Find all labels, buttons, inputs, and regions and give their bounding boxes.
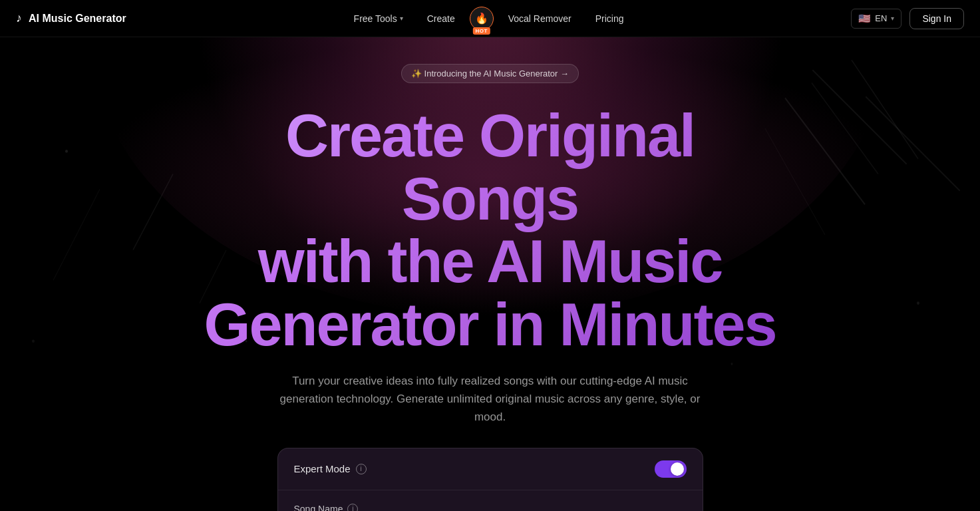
fire-icon: 🔥: [475, 12, 488, 25]
song-name-info-icon[interactable]: i: [347, 504, 358, 511]
svg-point-7: [65, 150, 68, 153]
svg-point-9: [917, 301, 919, 305]
hero-section: ✨ Introducing the AI Music Generator → C…: [0, 37, 980, 426]
form-section: Expert Mode i Song Name i 0/80: [0, 426, 980, 511]
navbar-right: 🇺🇸 EN ▾ Sign In: [851, 8, 964, 29]
svg-line-0: [133, 174, 173, 250]
sign-in-button[interactable]: Sign In: [909, 8, 964, 29]
svg-line-1: [53, 189, 100, 280]
expert-mode-label: Expert Mode i: [294, 463, 367, 474]
expert-mode-row: Expert Mode i: [278, 448, 703, 490]
form-card: Expert Mode i Song Name i 0/80: [277, 448, 703, 511]
hero-title-line2: with the AI Music: [258, 228, 723, 295]
navbar: ♪ AI Music Generator Free Tools ▾ Create…: [0, 0, 980, 37]
svg-line-6: [852, 60, 918, 158]
hero-title-line3: Generator in Minutes: [204, 291, 776, 358]
hot-badge-wrapper[interactable]: 🔥 HOT: [470, 7, 494, 31]
navbar-center: Free Tools ▾ Create 🔥 HOT Vocal Remover …: [345, 7, 633, 31]
chevron-down-icon: ▾: [400, 15, 403, 22]
music-note-icon: ♪: [16, 11, 22, 25]
svg-point-11: [32, 339, 35, 343]
nav-vocal-remover[interactable]: Vocal Remover: [499, 9, 581, 28]
svg-point-10: [731, 363, 733, 365]
lang-code: EN: [875, 13, 887, 23]
toggle-track: [655, 460, 687, 478]
song-name-section: Song Name i 0/80: [278, 490, 703, 511]
intro-badge[interactable]: ✨ Introducing the AI Music Generator →: [401, 64, 579, 83]
nav-create[interactable]: Create: [418, 9, 464, 28]
expert-mode-toggle[interactable]: [655, 460, 687, 478]
nav-pricing[interactable]: Pricing: [586, 9, 633, 28]
navbar-brand: ♪ AI Music Generator: [16, 11, 126, 25]
intro-badge-text: ✨ Introducing the AI Music Generator →: [411, 69, 569, 79]
brand-name: AI Music Generator: [29, 13, 126, 25]
language-selector[interactable]: 🇺🇸 EN ▾: [851, 9, 901, 29]
nav-free-tools[interactable]: Free Tools ▾: [345, 9, 412, 28]
svg-line-4: [812, 83, 878, 174]
hot-text: HOT: [473, 27, 490, 35]
song-name-label: Song Name i: [294, 504, 687, 511]
hero-subtitle: Turn your creative ideas into fully real…: [271, 372, 710, 426]
svg-line-3: [785, 98, 865, 204]
toggle-thumb: [671, 462, 684, 476]
flag-icon: 🇺🇸: [858, 13, 871, 25]
lang-chevron-icon: ▾: [891, 15, 894, 22]
hero-title-line1: Create Original Songs: [285, 102, 695, 232]
expert-mode-info-icon[interactable]: i: [356, 464, 367, 474]
hero-title: Create Original Songs with the AI Music …: [191, 104, 790, 356]
